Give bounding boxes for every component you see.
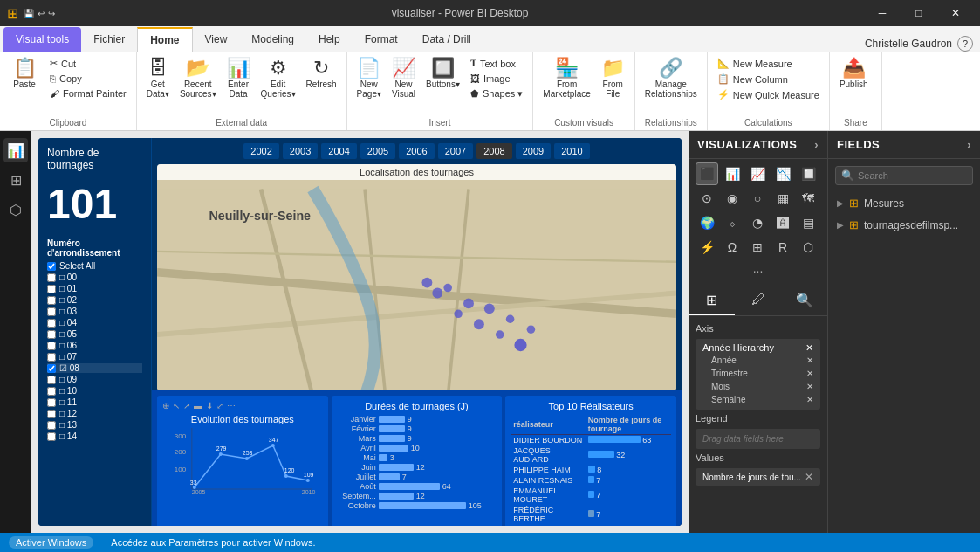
chart-tool-7[interactable]: ⋯ <box>227 401 236 411</box>
tab-help[interactable]: Help <box>306 27 353 52</box>
refresh-button[interactable]: ↻ Refresh <box>302 56 341 92</box>
viz-icon-table[interactable]: ⬛ <box>696 162 718 185</box>
filter-item-08[interactable]: ☑ 08 <box>47 363 142 373</box>
from-marketplace-button[interactable]: 🏪 FromMarketplace <box>538 56 594 101</box>
filter-item-02[interactable]: □ 02 <box>47 295 142 305</box>
tab-home[interactable]: Home <box>137 27 192 52</box>
new-measure-button[interactable]: 📐 New Measure <box>713 56 824 71</box>
year-2004[interactable]: 2004 <box>321 143 356 159</box>
undo-icon[interactable]: ↩ <box>38 9 45 18</box>
viz-icon-custom[interactable]: ⬡ <box>797 236 819 259</box>
filter-06-checkbox[interactable] <box>47 342 56 350</box>
remove-axis-group[interactable]: ✕ <box>805 342 813 354</box>
filter-item-09[interactable]: □ 09 <box>47 375 142 384</box>
year-2010[interactable]: 2010 <box>554 143 589 159</box>
remove-annee[interactable]: ✕ <box>806 355 813 365</box>
viz-icon-donut[interactable]: ○ <box>746 187 769 210</box>
filter-09-checkbox[interactable] <box>47 376 56 384</box>
filter-item-14[interactable]: □ 14 <box>47 431 142 441</box>
copy-button[interactable]: ⎘ Copy <box>45 72 131 86</box>
filter-select-all-checkbox[interactable] <box>47 262 56 271</box>
buttons-button[interactable]: 🔲 Buttons▾ <box>421 56 464 92</box>
activate-windows-chip[interactable]: Activer Windows <box>9 536 93 549</box>
viz-icon-ribbon[interactable]: 🔲 <box>797 162 819 185</box>
new-column-button[interactable]: 📋 New Column <box>713 72 824 86</box>
viz-icon-area[interactable]: 📉 <box>771 162 794 185</box>
year-2006[interactable]: 2006 <box>399 143 434 159</box>
tab-view[interactable]: View <box>193 27 240 52</box>
filter-item-04[interactable]: □ 04 <box>47 318 142 328</box>
fields-item-tournages[interactable]: ▶ ⊞ tournagesdefilmsp... <box>828 214 980 236</box>
year-2003[interactable]: 2003 <box>283 143 318 159</box>
fields-search-input[interactable] <box>858 170 967 181</box>
viz-icon-treemap[interactable]: ▦ <box>771 187 794 210</box>
filter-item-12[interactable]: □ 12 <box>47 409 142 418</box>
filter-item-10[interactable]: □ 10 <box>47 386 142 396</box>
filter-item-00[interactable]: □ 00 <box>47 273 142 282</box>
viz-icon-slicer[interactable]: Ω <box>721 236 744 259</box>
filter-item-11[interactable]: □ 11 <box>47 397 142 407</box>
save-icon[interactable]: 💾 <box>24 9 34 18</box>
viz-icon-line[interactable]: 📈 <box>746 162 769 185</box>
text-box-button[interactable]: 𝐓 Text box <box>466 56 527 71</box>
year-2009[interactable]: 2009 <box>516 143 551 159</box>
paste-button[interactable]: 📋 Paste <box>5 56 44 92</box>
viz-icon-card[interactable]: 🅰 <box>771 211 794 234</box>
model-view-icon[interactable]: ⬡ <box>3 197 28 222</box>
chart-tool-2[interactable]: ↖ <box>173 401 180 411</box>
edit-queries-button[interactable]: ⚙ EditQueries▾ <box>257 56 300 101</box>
format-painter-button[interactable]: 🖌 Format Painter <box>45 86 131 100</box>
tab-modeling[interactable]: Modeling <box>239 27 306 52</box>
filter-item-13[interactable]: □ 13 <box>47 420 142 430</box>
image-button[interactable]: 🖼 Image <box>466 72 527 86</box>
remove-semaine[interactable]: ✕ <box>806 395 813 404</box>
new-page-button[interactable]: 📄 NewPage▾ <box>353 56 386 101</box>
chart-tool-4[interactable]: ▬ <box>194 401 202 411</box>
filter-10-checkbox[interactable] <box>47 387 56 396</box>
help-icon[interactable]: ? <box>957 36 973 52</box>
filter-03-checkbox[interactable] <box>47 307 56 316</box>
year-2002[interactable]: 2002 <box>243 143 278 159</box>
year-2007[interactable]: 2007 <box>438 143 473 159</box>
from-file-button[interactable]: 📁 FromFile <box>597 56 629 101</box>
publish-button[interactable]: 📤 Publish <box>835 56 873 92</box>
filter-12-checkbox[interactable] <box>47 410 56 418</box>
filter-14-checkbox[interactable] <box>47 432 56 441</box>
viz-icon-map[interactable]: 🗺 <box>797 187 819 210</box>
year-2008[interactable]: 2008 <box>476 143 511 159</box>
filter-08-checkbox[interactable] <box>47 364 56 373</box>
filter-00-checkbox[interactable] <box>47 273 56 282</box>
filter-05-checkbox[interactable] <box>47 330 56 339</box>
remove-values-chip[interactable]: ✕ <box>805 471 813 483</box>
minimize-button[interactable]: ─ <box>865 0 900 26</box>
filter-13-checkbox[interactable] <box>47 421 56 430</box>
remove-trimestre[interactable]: ✕ <box>806 369 813 378</box>
filter-item-05[interactable]: □ 05 <box>47 329 142 339</box>
filter-01-checkbox[interactable] <box>47 285 56 293</box>
chart-tool-6[interactable]: ⤢ <box>216 401 223 411</box>
filter-item-03[interactable]: □ 03 <box>47 307 142 316</box>
filter-item-07[interactable]: □ 07 <box>47 352 142 362</box>
chart-tool-5[interactable]: ⬇ <box>206 401 213 411</box>
new-visual-button[interactable]: 📈 NewVisual <box>387 56 420 101</box>
viz-icon-multi-row[interactable]: ▤ <box>797 211 819 234</box>
close-button[interactable]: ✕ <box>938 0 973 26</box>
viz-panel-expand[interactable]: › <box>814 138 819 151</box>
maximize-button[interactable]: □ <box>901 0 936 26</box>
filter-11-checkbox[interactable] <box>47 398 56 407</box>
redo-icon[interactable]: ↪ <box>48 9 55 18</box>
viz-icon-matrix[interactable]: ⊞ <box>746 236 769 259</box>
chart-tool-3[interactable]: ↗ <box>183 401 190 411</box>
filter-07-checkbox[interactable] <box>47 353 56 362</box>
viz-tab-analytics[interactable]: 🔍 <box>781 286 827 315</box>
tab-fichier[interactable]: Fichier <box>81 27 137 52</box>
tab-format[interactable]: Format <box>353 27 410 52</box>
get-data-button[interactable]: 🗄 GetData▾ <box>142 56 174 101</box>
viz-icon-r[interactable]: R <box>771 236 794 259</box>
viz-icon-gauge[interactable]: ◔ <box>746 211 769 234</box>
recent-sources-button[interactable]: 📂 RecentSources▾ <box>175 56 221 101</box>
report-view-icon[interactable]: 📊 <box>3 138 28 162</box>
fields-item-mesures[interactable]: ▶ ⊞ Mesures <box>828 192 980 214</box>
viz-icon-funnel[interactable]: ⬦ <box>721 211 744 234</box>
filter-item-06[interactable]: □ 06 <box>47 341 142 350</box>
